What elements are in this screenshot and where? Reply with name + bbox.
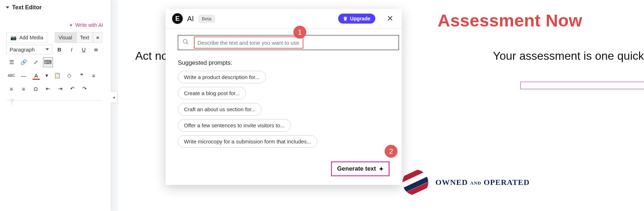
blockquote-button[interactable]: ❝ — [77, 70, 87, 80]
redo-button[interactable]: ↷ — [79, 84, 89, 94]
text-color-button[interactable]: A — [31, 70, 42, 81]
sparkle-icon: ✦ — [379, 166, 384, 172]
crown-icon: ♛ — [343, 16, 348, 21]
callout-badge-2: 2 — [385, 145, 397, 158]
subhead-right-fragment: Your assessment is one quick — [493, 49, 644, 63]
tab-visual[interactable]: Visual — [55, 32, 76, 43]
ai-modal-header: E AI Beta ♛ Upgrade ✕ — [166, 9, 402, 29]
ai-modal: E AI Beta ♛ Upgrade ✕ Suggested prompts:… — [166, 9, 402, 185]
paragraph-format-select[interactable]: Paragraph — [6, 45, 52, 54]
elementor-logo-icon: E — [172, 13, 183, 24]
editor-mode-tabs: Visual Text ≡ — [55, 32, 102, 43]
prompt-input[interactable] — [197, 39, 301, 46]
ai-modal-body: Suggested prompts: Write a product descr… — [166, 29, 402, 185]
add-media-button[interactable]: 📷 Add Media — [6, 32, 47, 43]
prompt-pill[interactable]: Create a blog post for... — [178, 87, 246, 99]
paste-button[interactable]: 📋 — [52, 70, 62, 80]
beta-badge: Beta — [198, 15, 215, 23]
align-center-button[interactable]: ≡ — [6, 84, 16, 94]
special-char-button[interactable]: Ω — [31, 84, 41, 94]
align-left-button[interactable]: ≡ — [89, 70, 99, 80]
paragraph-format-label: Paragraph — [10, 46, 35, 53]
prompt-pill[interactable]: Write microcopy for a submission form th… — [178, 135, 317, 148]
panel-title: Text Editor — [12, 4, 42, 11]
upgrade-button[interactable]: ♛ Upgrade — [338, 14, 375, 24]
prompt-field[interactable] — [178, 35, 399, 50]
outdent-button[interactable]: ⇤ — [43, 84, 53, 94]
toolbar-toggle-button[interactable]: ⌨ — [43, 57, 53, 67]
owned-operated-badge: OWNED AND OPERATED — [402, 170, 530, 195]
text-color-dropdown[interactable]: ▾ — [44, 70, 50, 80]
tab-text[interactable]: Text — [76, 32, 93, 43]
svg-line-1 — [186, 43, 188, 44]
svg-point-0 — [183, 39, 187, 43]
selected-widget-outline-right[interactable] — [520, 82, 644, 89]
owned-word: OWNED — [435, 178, 468, 187]
collapse-panel-handle[interactable]: ◂ — [111, 92, 117, 103]
prompt-pill[interactable]: Craft an about us section for... — [178, 103, 262, 116]
add-media-row: 📷 Add Media Visual Text ≡ — [6, 32, 102, 43]
bullet-list-button[interactable]: ≣ — [91, 44, 101, 54]
and-word: AND — [470, 180, 481, 186]
upgrade-label: Upgrade — [350, 16, 370, 21]
horizontal-line-button[interactable]: — — [19, 70, 29, 80]
close-button[interactable]: ✕ — [385, 14, 395, 24]
callout-badge-1: 1 — [293, 26, 306, 39]
clear-formatting-button[interactable]: ◇ — [64, 70, 74, 80]
underline-button[interactable]: U — [79, 44, 89, 54]
editor-panel: Text Editor ✦ Write with AI 📷 Add Media … — [0, 0, 111, 211]
generate-text-button[interactable]: Generate text ✦ — [331, 161, 390, 176]
camera-icon: 📷 — [10, 35, 16, 40]
close-icon: ✕ — [387, 14, 393, 23]
panel-header[interactable]: Text Editor — [0, 0, 111, 15]
tinymce-toolbar: Paragraph B I U ≣ ☰ 🔗 ⤢ ⌨ ABC — A ▾ 📋 ◇ … — [6, 44, 102, 109]
generate-row: Generate text ✦ — [178, 161, 390, 176]
numbered-list-button[interactable]: ☰ — [6, 57, 16, 67]
add-media-label: Add Media — [19, 35, 43, 40]
generate-text-label: Generate text — [337, 165, 376, 172]
sparkle-icon: ✦ — [69, 23, 73, 28]
prompt-pill[interactable]: Write a product description for... — [178, 71, 266, 83]
editor-content-area[interactable] — [6, 100, 102, 183]
bold-button[interactable]: B — [54, 44, 64, 54]
link-button[interactable]: 🔗 — [19, 57, 29, 67]
strikethrough-button[interactable]: ABC — [6, 70, 16, 80]
write-with-ai-link[interactable]: ✦ Write with AI — [69, 22, 103, 28]
tab-settings-icon[interactable]: ≡ — [93, 32, 102, 43]
italic-button[interactable]: I — [67, 44, 77, 54]
indent-button[interactable]: ⇥ — [55, 84, 65, 94]
flag-logo-icon — [402, 170, 428, 195]
search-icon — [182, 39, 189, 47]
prompt-input-highlight — [194, 36, 303, 49]
suggested-prompts-label: Suggested prompts: — [178, 59, 390, 67]
align-right-button[interactable]: ≡ — [19, 84, 29, 94]
write-with-ai-label: Write with AI — [75, 22, 103, 28]
ai-modal-title: AI — [187, 15, 194, 23]
caret-down-icon — [6, 6, 9, 9]
unlink-button[interactable]: ⤢ — [31, 57, 41, 67]
prompt-pill[interactable]: Offer a few sentences to invite visitors… — [178, 119, 291, 132]
suggested-prompts-list: Write a product description for... Creat… — [178, 71, 390, 148]
chevron-down-icon — [45, 48, 49, 50]
headline-right-fragment: Assessment Now — [438, 11, 582, 30]
operated-word: OPERATED — [484, 178, 530, 187]
undo-button[interactable]: ↶ — [67, 84, 77, 94]
owned-operated-text: OWNED AND OPERATED — [435, 178, 530, 187]
